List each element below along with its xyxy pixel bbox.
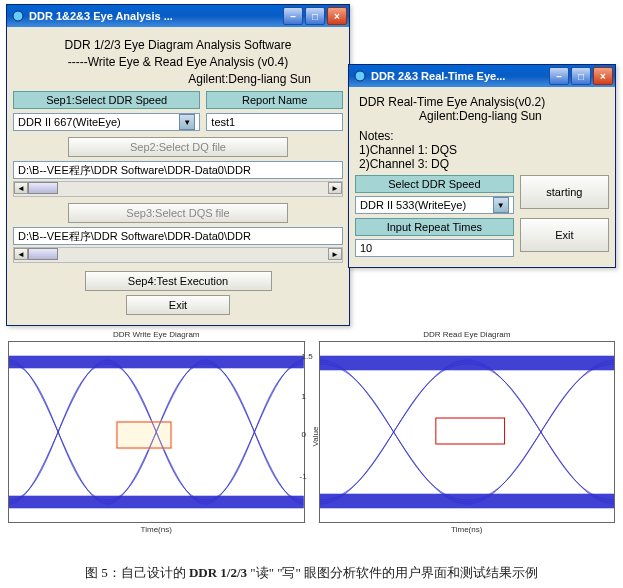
chart-plot: Value 1.5 1 0 -1 Time(ns) <box>319 341 616 523</box>
header-line2: Agilent:Deng-liang Sun <box>359 109 605 123</box>
header-line2: -----Write Eye & Read Eye Analysis (v0.4… <box>15 54 341 71</box>
maximize-button[interactable]: □ <box>305 7 325 25</box>
scroll-left-icon[interactable]: ◄ <box>14 248 28 260</box>
window-title: DDR 2&3 Real-Time Eye... <box>367 70 549 82</box>
note-2: 2)Channel 3: DQ <box>359 157 605 171</box>
app-icon <box>11 9 25 23</box>
charts-area: DDR Write Eye Diagram 2 1 <box>8 330 615 523</box>
svg-rect-6 <box>115 420 173 450</box>
repeat-label: Input Repeat Times <box>355 218 514 236</box>
svg-rect-3 <box>9 356 304 368</box>
write-eye-chart: DDR Write Eye Diagram 2 1 <box>8 330 305 523</box>
ddr-speed-select[interactable]: DDR II 533(WriteEye) ▼ <box>355 196 514 214</box>
chevron-down-icon: ▼ <box>493 197 509 213</box>
ddr-speed-value: DDR II 533(WriteEye) <box>360 199 466 211</box>
repeat-times-input[interactable] <box>355 239 514 257</box>
scroll-thumb[interactable] <box>28 182 58 194</box>
ddr-speed-value: DDR II 667(WiteEye) <box>18 116 121 128</box>
header-line1: DDR 1/2/3 Eye Diagram Analysis Software <box>15 37 341 54</box>
sep1-label: Sep1:Select DDR Speed <box>13 91 200 109</box>
window-realtime-eye: DDR 2&3 Real-Time Eye... – □ × DDR Real-… <box>348 64 616 268</box>
titlebar[interactable]: DDR 1&2&3 Eye Analysis ... – □ × <box>7 5 349 27</box>
caption-prefix: 图 5：自己设计的 <box>85 565 189 580</box>
minimize-button[interactable]: – <box>549 67 569 85</box>
x-axis-label: Time(ns) <box>320 525 615 534</box>
y-axis-label: Value <box>311 427 320 447</box>
dq-file-path-input[interactable] <box>13 161 343 179</box>
minimize-button[interactable]: – <box>283 7 303 25</box>
sep2-button[interactable]: Sep2:Select DQ file <box>68 137 288 157</box>
chevron-down-icon: ▼ <box>179 114 195 130</box>
svg-rect-4 <box>9 496 304 508</box>
scroll-thumb[interactable] <box>28 248 58 260</box>
report-name-input[interactable] <box>206 113 343 131</box>
scroll-right-icon[interactable]: ► <box>328 182 342 194</box>
scrollbar-1[interactable]: ◄ ► <box>13 181 343 197</box>
chart-title: DDR Write Eye Diagram <box>8 330 305 339</box>
report-label: Report Name <box>206 91 343 109</box>
figure-caption: 图 5：自己设计的 DDR 1/2/3 "读" "写" 眼图分析软件的用户界面和… <box>0 564 623 582</box>
scroll-right-icon[interactable]: ► <box>328 248 342 260</box>
close-button[interactable]: × <box>593 67 613 85</box>
read-eye-chart: DDR Read Eye Diagram Value 1.5 1 <box>319 330 616 523</box>
app-icon <box>353 69 367 83</box>
chart-title: DDR Read Eye Diagram <box>319 330 616 339</box>
header-line3: Agilent:Deng-liang Sun <box>15 71 341 88</box>
svg-point-1 <box>355 71 365 81</box>
header-text: DDR Real-Time Eye Analysis(v0.2) Agilent… <box>355 93 609 125</box>
scrollbar-2[interactable]: ◄ ► <box>13 247 343 263</box>
svg-point-0 <box>13 11 23 21</box>
dqs-file-path-input[interactable] <box>13 227 343 245</box>
window-eye-analysis: DDR 1&2&3 Eye Analysis ... – □ × DDR 1/2… <box>6 4 350 326</box>
ddr-speed-select[interactable]: DDR II 667(WiteEye) ▼ <box>13 113 200 131</box>
sep3-button[interactable]: Sep3:Select DQS file <box>68 203 288 223</box>
note-1: 1)Channel 1: DQS <box>359 143 605 157</box>
x-axis-label: Time(ns) <box>9 525 304 534</box>
titlebar[interactable]: DDR 2&3 Real-Time Eye... – □ × <box>349 65 615 87</box>
chart-plot: 2 1 0 -1 -1.5 Time(ns) <box>8 341 305 523</box>
exit-button[interactable]: Exit <box>520 218 609 252</box>
maximize-button[interactable]: □ <box>571 67 591 85</box>
svg-rect-9 <box>320 494 615 508</box>
header-text: DDR 1/2/3 Eye Diagram Analysis Software … <box>13 33 343 91</box>
window-title: DDR 1&2&3 Eye Analysis ... <box>25 10 283 22</box>
notes: Notes: 1)Channel 1: DQS 2)Channel 3: DQ <box>355 125 609 175</box>
scroll-left-icon[interactable]: ◄ <box>14 182 28 194</box>
select-speed-label: Select DDR Speed <box>355 175 514 193</box>
exit-button[interactable]: Exit <box>126 295 231 315</box>
close-button[interactable]: × <box>327 7 347 25</box>
notes-label: Notes: <box>359 129 605 143</box>
caption-bold: DDR 1/2/3 <box>189 565 247 580</box>
caption-suffix: "读" "写" 眼图分析软件的用户界面和测试结果示例 <box>247 565 538 580</box>
svg-rect-8 <box>320 356 615 370</box>
test-execution-button[interactable]: Sep4:Test Execution <box>85 271 272 291</box>
header-line1: DDR Real-Time Eye Analysis(v0.2) <box>359 95 605 109</box>
starting-button[interactable]: starting <box>520 175 609 209</box>
